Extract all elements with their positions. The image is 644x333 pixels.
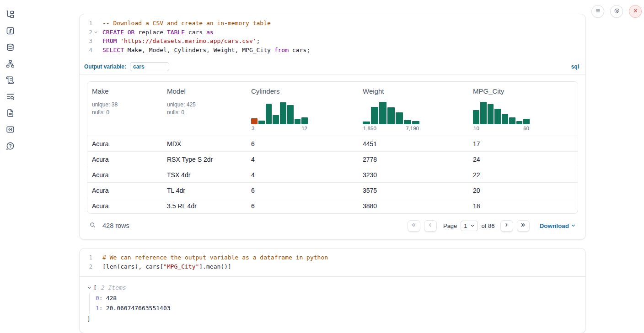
- sidebar-item-dependency-graph[interactable]: [6, 59, 15, 68]
- table-cell: Acura: [87, 156, 162, 163]
- column-title: Weight: [363, 87, 464, 95]
- sql-code-editor[interactable]: 1-- Download a CSV and create an in-memo…: [80, 14, 585, 59]
- dependency-graph-icon: [6, 59, 15, 68]
- chevron-left-icon: [427, 222, 433, 229]
- output-variable-input[interactable]: [130, 62, 169, 71]
- table-cell: 6: [247, 202, 358, 210]
- histogram-bar: [258, 121, 265, 124]
- next-page-button[interactable]: [500, 220, 513, 232]
- histogram-weight: 1,8507,190: [363, 100, 419, 131]
- settings-button[interactable]: [610, 5, 623, 18]
- database-icon: [6, 43, 15, 52]
- table-cell: 3.5 RL 4dr: [162, 202, 247, 210]
- search-icon[interactable]: [89, 222, 96, 230]
- histogram-bar: [266, 104, 272, 124]
- chevrons-left-icon: [411, 222, 417, 229]
- tree-children: 0:4281:20.060747663551403: [89, 293, 578, 314]
- code-text: CREATE OR replace TABLE cars as: [102, 28, 214, 37]
- table-row[interactable]: AcuraMDX6445117: [87, 136, 578, 151]
- function-square-icon: [6, 26, 15, 35]
- table-row[interactable]: Acura3.5 RL 4dr6388018: [87, 198, 578, 213]
- histogram-bar: [494, 109, 501, 124]
- histogram-mpg_city: 1060: [473, 100, 530, 131]
- file-tree-icon: [6, 10, 15, 19]
- close-icon: [632, 7, 639, 16]
- code-line: 2[len(cars), cars["MPG_City"].mean()]: [82, 262, 585, 271]
- column-header-mpg_city[interactable]: MPG_City1060: [468, 82, 578, 136]
- column-header-model[interactable]: Modelunique: 425nulls: 0: [162, 82, 247, 136]
- gutter-spacer: [92, 253, 99, 262]
- histogram-bar: [273, 115, 279, 124]
- table-row[interactable]: AcuraTSX 4dr4323022: [87, 167, 578, 182]
- column-header-cylinders[interactable]: Cylinders312: [247, 82, 358, 136]
- sql-meta-row: Output variable: sql: [80, 59, 585, 74]
- sidebar-item-snippets[interactable]: [6, 125, 15, 134]
- line-number: 2: [82, 262, 92, 271]
- line-number: 2: [82, 28, 92, 37]
- tree-key: 1:: [96, 305, 103, 312]
- left-icon-sidebar: [0, 0, 20, 150]
- column-title: MPG_City: [473, 87, 573, 95]
- column-title: Cylinders: [251, 87, 354, 95]
- table-cell: 6: [247, 187, 358, 194]
- download-button[interactable]: Download: [540, 222, 576, 229]
- histogram-axis-labels: 1060: [473, 126, 530, 131]
- close-button[interactable]: [629, 5, 642, 18]
- page-select[interactable]: 1: [461, 221, 478, 231]
- tree-output: [ 2 Items 0:4281:20.060747663551403 ]: [80, 277, 585, 333]
- list-search-icon: [6, 92, 15, 101]
- sidebar-item-variables[interactable]: [6, 26, 15, 35]
- table-cell: Acura: [87, 140, 162, 148]
- sidebar-item-scratchpad[interactable]: [6, 76, 15, 85]
- code-text: -- Download a CSV and create an in-memor…: [102, 19, 271, 28]
- sidebar-item-documentation[interactable]: [6, 109, 15, 117]
- histogram-bar: [251, 118, 258, 124]
- python-code-editor[interactable]: 1# We can reference the output variable …: [80, 248, 585, 276]
- table-cell: RSX Type S 2dr: [162, 156, 247, 163]
- last-page-button[interactable]: [517, 220, 530, 232]
- previous-page-button[interactable]: [424, 220, 437, 232]
- code-line: 1# We can reference the output variable …: [82, 253, 585, 262]
- column-stats: unique: 38nulls: 0: [92, 101, 158, 116]
- python-cell: 1# We can reference the output variable …: [79, 248, 586, 333]
- tree-open-bracket: [: [93, 283, 97, 292]
- histogram-bar: [287, 105, 294, 124]
- table-cell: 4451: [358, 140, 468, 148]
- table-cell: TSX 4dr: [162, 171, 247, 179]
- histogram-axis-labels: 1,8507,190: [363, 126, 419, 131]
- row-count: 428 rows: [102, 222, 129, 229]
- column-title: Make: [92, 87, 158, 95]
- histogram-bar: [473, 110, 479, 124]
- histogram-bar: [488, 104, 494, 124]
- fold-chevron-icon[interactable]: [92, 28, 99, 37]
- table-row[interactable]: AcuraRSX Type S 2dr4277824: [87, 151, 578, 167]
- table-cell: 18: [468, 202, 578, 210]
- histogram-bar: [379, 102, 386, 124]
- gutter-spacer: [92, 37, 99, 46]
- histogram-bar: [509, 117, 515, 124]
- first-page-button[interactable]: [408, 220, 420, 232]
- chevron-right-icon: [504, 222, 510, 229]
- table-cell: Acura: [87, 202, 162, 210]
- page-label: Page: [443, 222, 457, 229]
- line-number: 3: [82, 37, 92, 46]
- column-header-make[interactable]: Makeunique: 38nulls: 0: [87, 82, 162, 136]
- sidebar-item-help[interactable]: [6, 142, 15, 150]
- histogram-bar: [523, 119, 530, 124]
- table-row[interactable]: AcuraTL 4dr6357520: [87, 182, 578, 198]
- column-header-weight[interactable]: Weight1,8507,190: [358, 82, 468, 136]
- tree-items-count: 2 Items: [101, 283, 126, 292]
- table-cell: Acura: [87, 187, 162, 194]
- sidebar-item-file-explorer[interactable]: [6, 10, 15, 19]
- table-cell: MDX: [162, 140, 247, 148]
- table-body: AcuraMDX6445117AcuraRSX Type S 2dr427782…: [87, 136, 578, 213]
- tree-key: 0:: [96, 295, 103, 301]
- language-badge: sql: [571, 63, 579, 70]
- sidebar-item-logs[interactable]: [6, 92, 15, 101]
- sidebar-item-data-sources[interactable]: [6, 43, 15, 52]
- output-variable-label: Output variable:: [84, 63, 126, 70]
- chevron-down-icon[interactable]: [87, 285, 92, 290]
- page-select-value: 1: [464, 222, 467, 229]
- histogram-bar: [480, 102, 487, 124]
- menu-button[interactable]: [591, 5, 604, 18]
